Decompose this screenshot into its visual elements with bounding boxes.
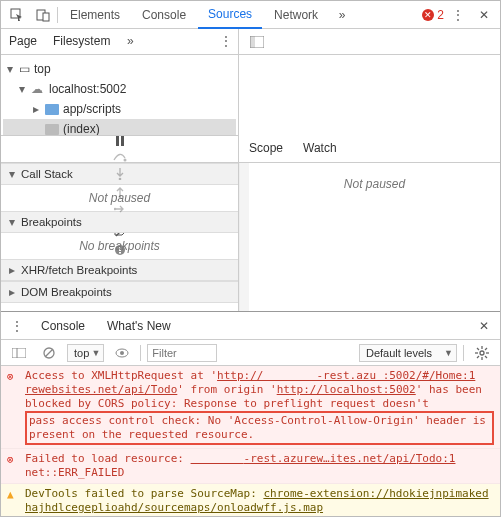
step-icon[interactable] [108,204,132,214]
main-tabbar: Elements Console Sources Network » ✕2 ⋮ … [1,1,500,29]
svg-rect-4 [250,36,255,48]
debug-scope-row: Scope Watch [1,135,500,163]
chevron-down-icon: ▾ [7,167,17,181]
debug-toolbar [1,135,239,163]
svg-line-26 [477,348,479,350]
tree-host[interactable]: ▾☁localhost:5002 [3,79,236,99]
svg-rect-5 [116,136,119,146]
levels-selector[interactable]: Default levels▼ [359,344,457,362]
context-selector[interactable]: top▼ [67,344,104,362]
kebab-menu-icon[interactable]: ⋮ [446,3,470,27]
tab-console[interactable]: Console [132,2,196,28]
section-dom-bp[interactable]: ▸DOM Breakpoints [1,281,238,303]
separator [57,7,58,23]
svg-line-29 [485,348,487,350]
console-toolbar: top▼ Default levels▼ [1,340,500,366]
console-warning-sourcemap: ▲ DevTools failed to parse SourceMap: ch… [1,484,500,517]
tab-drawer-whatsnew[interactable]: What's New [97,313,181,339]
scope-empty: Not paused [249,163,500,197]
svg-rect-2 [43,13,49,21]
step-into-icon[interactable] [108,168,132,180]
svg-point-20 [120,351,124,355]
step-out-icon[interactable] [108,186,132,198]
tab-elements[interactable]: Elements [60,2,130,28]
folder-icon [45,104,59,115]
error-count: 2 [437,8,444,22]
svg-line-18 [45,349,53,357]
sources-body: ▾▭top ▾☁localhost:5002 ▸app/scripts (ind… [1,55,500,135]
console-error-cors: ⊗ Access to XMLHttpRequest at 'http:// -… [1,366,500,449]
svg-line-27 [485,356,487,358]
tab-scope[interactable]: Scope [239,135,293,162]
svg-point-8 [118,178,121,180]
show-navigator-icon[interactable] [245,30,269,54]
svg-rect-15 [12,348,26,358]
close-drawer-icon[interactable]: ✕ [472,314,496,338]
drawer-tabbar: ⋮ Console What's New ✕ [1,312,500,340]
tab-filesystem[interactable]: Filesystem [45,29,118,54]
tree-file[interactable]: (index) [3,119,236,135]
close-icon[interactable]: ✕ [472,3,496,27]
more-page-tabs-icon[interactable]: » [118,29,142,53]
separator [140,345,141,361]
error-count-badge[interactable]: ✕2 [422,8,444,22]
step-over-icon[interactable] [108,152,132,162]
file-icon [45,124,59,135]
inspect-icon[interactable] [5,3,29,27]
eye-icon[interactable] [110,341,134,365]
debug-body: ▾Call Stack Not paused ▾Breakpoints No b… [1,163,500,311]
section-xhr-bp[interactable]: ▸XHR/fetch Breakpoints [1,259,238,281]
gear-icon[interactable] [470,341,494,365]
chevron-down-icon: ▼ [91,348,100,358]
svg-point-7 [123,159,126,162]
message-text: DevTools failed to parse SourceMap: chro… [25,487,494,515]
separator [463,345,464,361]
message-text: Access to XMLHttpRequest at 'http:// -re… [25,369,494,445]
more-tabs-icon[interactable]: » [330,3,354,27]
chevron-down-icon: ▼ [444,348,453,358]
svg-point-10 [114,208,116,211]
error-icon: ⊗ [7,453,19,480]
svg-line-28 [477,356,479,358]
sections-scrollbar[interactable] [239,163,249,311]
error-icon: ⊗ [7,370,19,445]
tab-network[interactable]: Network [264,2,328,28]
cloud-icon: ☁ [31,80,45,98]
svg-point-21 [480,351,484,355]
svg-rect-6 [121,136,124,146]
tab-sources[interactable]: Sources [198,1,262,29]
chevron-down-icon: ▾ [7,215,17,229]
tab-watch[interactable]: Watch [293,135,347,162]
tree-top[interactable]: ▾▭top [3,59,236,79]
tab-page[interactable]: Page [1,29,45,54]
file-tree: ▾▭top ▾☁localhost:5002 ▸app/scripts (ind… [1,55,238,135]
sidebar-toggle-icon[interactable] [7,341,31,365]
svg-point-9 [118,196,121,198]
kebab-page-icon[interactable]: ⋮ [214,29,238,53]
kebab-drawer-icon[interactable]: ⋮ [5,314,29,338]
console-error-load: ⊗ Failed to load resource: -rest.azurew…… [1,449,500,484]
sources-subrow: Page Filesystem » ⋮ [1,29,500,55]
warning-icon: ▲ [7,488,19,515]
tab-drawer-console[interactable]: Console [31,313,95,339]
drawer: ⋮ Console What's New ✕ top▼ Default leve… [1,311,500,517]
clear-console-icon[interactable] [37,341,61,365]
pause-icon[interactable] [108,136,132,146]
chevron-right-icon: ▸ [7,263,17,277]
chevron-right-icon: ▸ [7,285,17,299]
device-toggle-icon[interactable] [31,3,55,27]
section-breakpoints[interactable]: ▾Breakpoints [1,211,238,233]
message-text: Failed to load resource: -rest.azurew…it… [25,452,455,480]
tree-folder[interactable]: ▸app/scripts [3,99,236,119]
console-messages: ⊗ Access to XMLHttpRequest at 'http:// -… [1,366,500,517]
breakpoints-empty: No breakpoints [1,233,238,259]
window-icon: ▭ [19,60,30,78]
filter-input[interactable] [147,344,217,362]
